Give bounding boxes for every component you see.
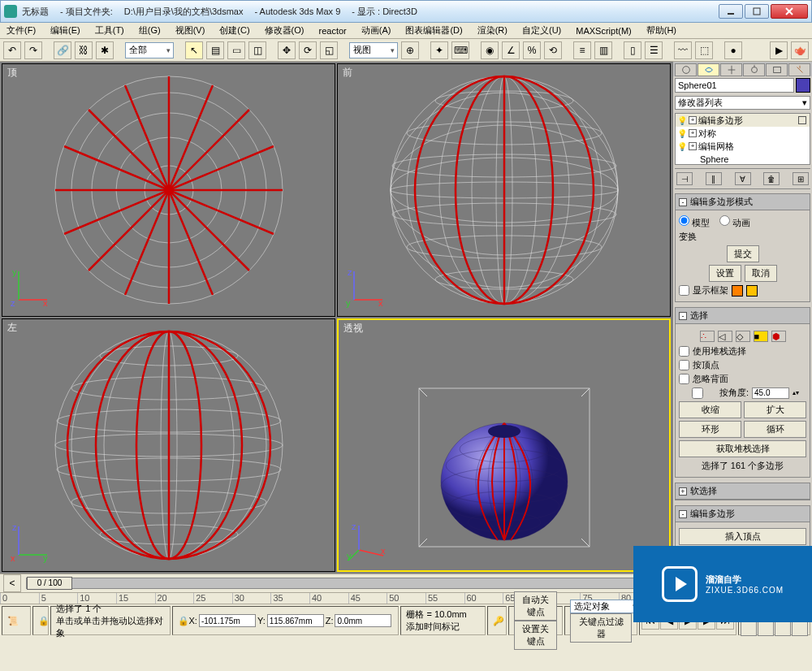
sel-border-icon[interactable]: ◇ [736, 331, 750, 342]
radio-model[interactable]: 模型 [679, 215, 710, 229]
curve-editor-button[interactable]: 〰 [674, 41, 692, 59]
configure-button[interactable]: ⊞ [793, 172, 809, 185]
sel-edge-icon[interactable]: ◁ [718, 331, 732, 342]
named-sel-button[interactable]: ≡ [573, 41, 591, 59]
utilities-tab[interactable] [788, 63, 810, 76]
viewport-left[interactable]: 左 y z x [2, 318, 335, 572]
radio-anim[interactable]: 动画 [719, 215, 750, 229]
mirror-button[interactable]: ▥ [594, 41, 612, 59]
timeconfig-button[interactable]: < [3, 574, 21, 592]
cage-icon[interactable] [798, 116, 806, 124]
expand-icon[interactable]: + [689, 129, 697, 137]
pivot-button[interactable]: ⊕ [401, 41, 419, 59]
loop-button[interactable]: 循环 [744, 421, 806, 438]
object-color-swatch[interactable] [796, 78, 810, 93]
lock-icon[interactable]: 🔒 [178, 616, 189, 626]
showcage-checkbox[interactable] [679, 285, 689, 296]
quick-render-button[interactable]: 🫖 [791, 41, 809, 59]
sel-poly-icon[interactable]: ■ [754, 331, 768, 342]
viewport-front[interactable]: 前 x z y [337, 63, 671, 317]
align-button[interactable]: ▯ [624, 41, 641, 59]
time-slider-handle[interactable]: 0 / 100 [27, 577, 72, 590]
menu-group[interactable]: 组(G) [136, 23, 164, 38]
scale-button[interactable]: ◱ [320, 41, 338, 59]
minimize-button[interactable] [719, 4, 743, 19]
keymode-combo[interactable]: 选定对象 [570, 600, 640, 613]
insert-vertex-button[interactable]: 插入顶点 [679, 528, 806, 545]
maximize-button[interactable] [745, 4, 769, 19]
lock-button[interactable]: 🔒 [32, 606, 49, 635]
viewport-top[interactable]: 顶 x y z [2, 63, 335, 317]
expand-icon[interactable]: + [689, 116, 697, 124]
close-button[interactable] [771, 4, 808, 19]
shrink-button[interactable]: 收缩 [679, 401, 741, 418]
expand-icon[interactable]: + [689, 142, 697, 150]
show-result-button[interactable]: ‖ [706, 172, 722, 185]
create-tab[interactable] [675, 63, 697, 76]
key-icon[interactable]: 🔑 [487, 606, 507, 635]
coord-y-input[interactable] [267, 614, 324, 627]
menu-tools[interactable]: 工具(T) [92, 23, 127, 38]
redo-button[interactable]: ↷ [24, 41, 42, 59]
sel-element-icon[interactable]: ⬢ [771, 331, 786, 342]
ignore-back-checkbox[interactable] [679, 374, 689, 384]
get-stack-sel-button[interactable]: 获取堆栈选择 [679, 440, 806, 457]
remove-mod-button[interactable]: 🗑 [763, 172, 780, 185]
unlink-button[interactable]: ⛓ [75, 41, 93, 59]
fov-button[interactable] [792, 621, 808, 636]
refcoord-combo[interactable]: 视图 [349, 42, 398, 58]
menu-modifiers[interactable]: 修改器(O) [261, 23, 308, 38]
undo-button[interactable]: ↶ [3, 41, 21, 59]
menu-reactor[interactable]: reactor [316, 24, 350, 37]
cancel-button[interactable]: 取消 [745, 265, 777, 282]
menu-maxscript[interactable]: MAXScript(M) [572, 24, 634, 37]
menu-customize[interactable]: 自定义(U) [519, 23, 564, 38]
select-name-button[interactable]: ▤ [206, 41, 224, 59]
viewport-perspective[interactable]: 透视 x z [337, 318, 671, 572]
bulb-icon[interactable]: 💡 [677, 142, 687, 151]
menu-grapheditor[interactable]: 图表编辑器(D) [402, 23, 465, 38]
spinner-snap-button[interactable]: ⟲ [544, 41, 562, 59]
menu-help[interactable]: 帮助(H) [643, 23, 680, 38]
modifier-list-combo[interactable]: 修改器列表 [675, 96, 810, 110]
keyfilter-button[interactable]: 关键点过滤器 [570, 613, 632, 643]
addtime-label[interactable]: 添加时间标记 [406, 621, 460, 633]
cage-color1[interactable] [732, 285, 743, 297]
orbit-button[interactable] [758, 621, 774, 636]
schematic-button[interactable]: ⬚ [695, 41, 713, 59]
move-button[interactable]: ✥ [278, 41, 296, 59]
object-name-input[interactable] [675, 78, 794, 93]
cage-color2[interactable] [746, 285, 758, 297]
manip-button[interactable]: ✦ [430, 41, 448, 59]
menu-file[interactable]: 文件(F) [3, 23, 39, 38]
display-tab[interactable] [766, 63, 788, 76]
menu-view[interactable]: 视图(V) [172, 23, 209, 38]
commit-button[interactable]: 提交 [727, 245, 759, 262]
bulb-icon[interactable]: 💡 [677, 129, 687, 138]
pan-button[interactable] [741, 621, 757, 636]
use-stack-checkbox[interactable] [679, 346, 689, 357]
pin-stack-button[interactable]: ⊣ [676, 172, 693, 185]
motion-tab[interactable] [743, 63, 765, 76]
hierarchy-tab[interactable] [720, 63, 742, 76]
setkey-button[interactable]: 设置关键点 [514, 621, 557, 650]
menu-animation[interactable]: 动画(A) [358, 23, 395, 38]
keyboard-button[interactable]: ⌨ [451, 41, 469, 59]
script-button[interactable]: 📜 [2, 606, 31, 635]
sel-vertex-icon[interactable]: ∴ [700, 331, 715, 342]
snap-button[interactable]: ◉ [481, 41, 499, 59]
by-vertex-checkbox[interactable] [679, 360, 689, 370]
menu-create[interactable]: 创建(C) [216, 23, 253, 38]
menu-render[interactable]: 渲染(R) [474, 23, 511, 38]
bulb-icon[interactable]: 💡 [677, 116, 687, 125]
bind-button[interactable]: ✱ [96, 41, 114, 59]
autokey-button[interactable]: 自动关键点 [514, 591, 557, 621]
coord-x-input[interactable] [199, 614, 256, 627]
ring-button[interactable]: 环形 [679, 421, 741, 438]
grow-button[interactable]: 扩大 [744, 401, 806, 418]
coord-z-input[interactable] [335, 614, 391, 627]
angle-snap-button[interactable]: ∠ [502, 41, 520, 59]
layer-button[interactable]: ☰ [645, 41, 663, 59]
maximize-vp-button[interactable] [775, 621, 791, 636]
modify-tab[interactable] [698, 63, 719, 76]
